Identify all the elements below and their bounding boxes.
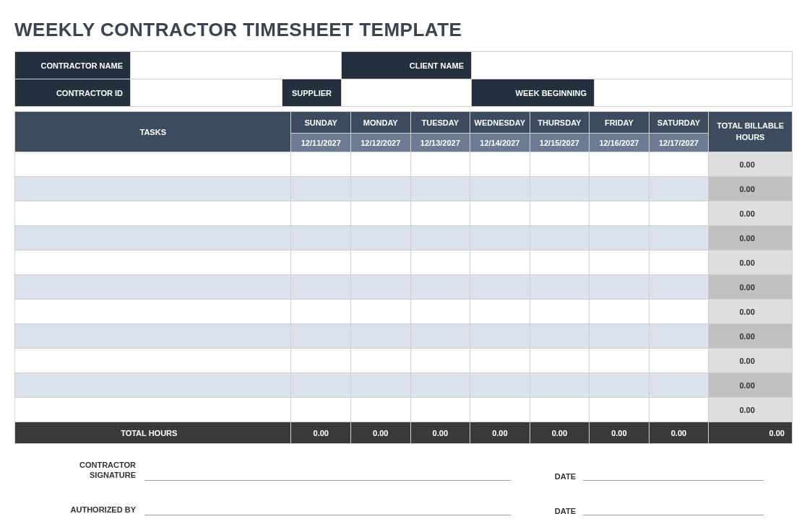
hours-cell[interactable] <box>530 324 590 349</box>
hours-cell[interactable] <box>649 201 709 226</box>
hours-cell[interactable] <box>590 349 650 373</box>
hours-cell[interactable] <box>470 324 530 349</box>
hours-cell[interactable] <box>291 226 351 250</box>
hours-cell[interactable] <box>530 275 590 300</box>
hours-cell[interactable] <box>351 349 411 373</box>
hours-cell[interactable] <box>590 324 650 349</box>
hours-cell[interactable] <box>649 275 709 300</box>
task-cell[interactable] <box>15 398 291 422</box>
task-cell[interactable] <box>15 152 291 177</box>
contractor-signature-field[interactable] <box>144 466 511 481</box>
hours-cell[interactable] <box>649 398 709 422</box>
hours-cell[interactable] <box>351 177 411 201</box>
hours-cell[interactable] <box>530 226 590 250</box>
hours-cell[interactable] <box>590 373 650 398</box>
hours-cell[interactable] <box>649 373 709 398</box>
contractor-name-field[interactable] <box>131 52 342 79</box>
hours-cell[interactable] <box>410 300 470 324</box>
hours-cell[interactable] <box>291 152 351 177</box>
hours-cell[interactable] <box>291 201 351 226</box>
hours-cell[interactable] <box>291 349 351 373</box>
hours-cell[interactable] <box>351 275 411 300</box>
hours-cell[interactable] <box>649 177 709 201</box>
hours-cell[interactable] <box>291 275 351 300</box>
hours-cell[interactable] <box>530 201 590 226</box>
hours-cell[interactable] <box>470 226 530 250</box>
hours-cell[interactable] <box>351 201 411 226</box>
hours-cell[interactable] <box>590 226 650 250</box>
hours-cell[interactable] <box>351 300 411 324</box>
task-cell[interactable] <box>15 300 291 324</box>
hours-cell[interactable] <box>470 349 530 373</box>
hours-cell[interactable] <box>590 201 650 226</box>
date-header: 12/13/2027 <box>410 134 470 152</box>
hours-cell[interactable] <box>291 250 351 275</box>
task-cell[interactable] <box>15 201 291 226</box>
hours-cell[interactable] <box>410 177 470 201</box>
task-cell[interactable] <box>15 324 291 349</box>
hours-cell[interactable] <box>530 250 590 275</box>
hours-cell[interactable] <box>291 300 351 324</box>
hours-cell[interactable] <box>590 177 650 201</box>
hours-cell[interactable] <box>291 324 351 349</box>
task-cell[interactable] <box>15 177 291 201</box>
hours-cell[interactable] <box>410 152 470 177</box>
hours-cell[interactable] <box>590 300 650 324</box>
hours-cell[interactable] <box>351 398 411 422</box>
hours-cell[interactable] <box>470 201 530 226</box>
date-header: 12/12/2027 <box>351 134 411 152</box>
hours-cell[interactable] <box>470 300 530 324</box>
hours-cell[interactable] <box>470 373 530 398</box>
hours-cell[interactable] <box>530 300 590 324</box>
authorized-by-field[interactable] <box>144 501 511 515</box>
hours-cell[interactable] <box>351 373 411 398</box>
task-cell[interactable] <box>15 349 291 373</box>
hours-cell[interactable] <box>590 250 650 275</box>
hours-cell[interactable] <box>291 373 351 398</box>
hours-cell[interactable] <box>470 275 530 300</box>
hours-cell[interactable] <box>649 226 709 250</box>
hours-cell[interactable] <box>649 300 709 324</box>
hours-cell[interactable] <box>649 250 709 275</box>
hours-cell[interactable] <box>410 373 470 398</box>
hours-cell[interactable] <box>291 177 351 201</box>
hours-cell[interactable] <box>410 226 470 250</box>
client-name-field[interactable] <box>472 52 793 79</box>
hours-cell[interactable] <box>590 275 650 300</box>
hours-cell[interactable] <box>410 324 470 349</box>
hours-cell[interactable] <box>649 152 709 177</box>
supplier-field[interactable] <box>342 79 472 107</box>
hours-cell[interactable] <box>351 250 411 275</box>
authorized-by-date-field[interactable] <box>583 501 764 515</box>
hours-cell[interactable] <box>351 226 411 250</box>
hours-cell[interactable] <box>410 349 470 373</box>
hours-cell[interactable] <box>530 152 590 177</box>
hours-cell[interactable] <box>351 152 411 177</box>
hours-cell[interactable] <box>470 398 530 422</box>
hours-cell[interactable] <box>530 373 590 398</box>
hours-cell[interactable] <box>410 398 470 422</box>
hours-cell[interactable] <box>530 398 590 422</box>
hours-cell[interactable] <box>649 349 709 373</box>
hours-cell[interactable] <box>410 201 470 226</box>
hours-cell[interactable] <box>470 177 530 201</box>
billable-cell: 0.00 <box>709 201 793 226</box>
hours-cell[interactable] <box>590 152 650 177</box>
hours-cell[interactable] <box>590 398 650 422</box>
contractor-id-field[interactable] <box>131 79 282 107</box>
hours-cell[interactable] <box>649 324 709 349</box>
hours-cell[interactable] <box>410 275 470 300</box>
hours-cell[interactable] <box>351 324 411 349</box>
hours-cell[interactable] <box>470 250 530 275</box>
task-cell[interactable] <box>15 373 291 398</box>
task-cell[interactable] <box>15 226 291 250</box>
task-cell[interactable] <box>15 250 291 275</box>
hours-cell[interactable] <box>291 398 351 422</box>
hours-cell[interactable] <box>530 349 590 373</box>
task-cell[interactable] <box>15 275 291 300</box>
week-beginning-field[interactable] <box>595 79 793 107</box>
hours-cell[interactable] <box>530 177 590 201</box>
contractor-signature-date-field[interactable] <box>583 466 764 481</box>
hours-cell[interactable] <box>470 152 530 177</box>
hours-cell[interactable] <box>410 250 470 275</box>
